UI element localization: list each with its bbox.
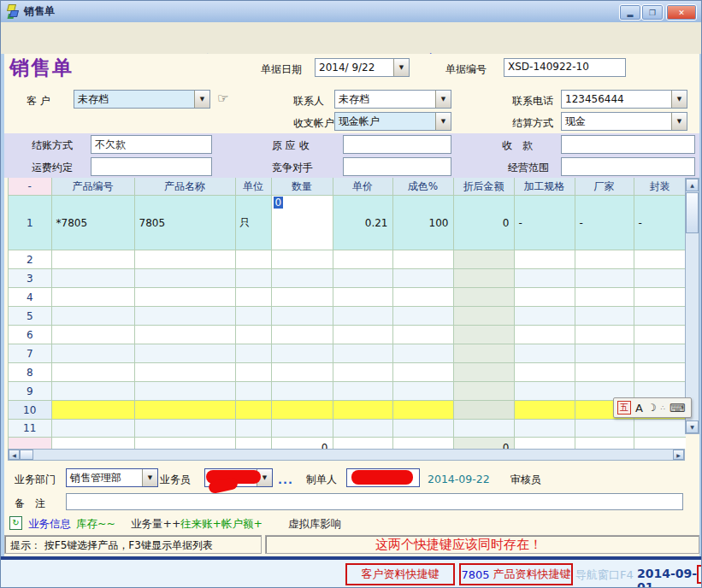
grid-cell[interactable]	[51, 288, 134, 307]
settle-select[interactable]: 现金 ▼	[561, 112, 687, 131]
grid-cell[interactable]	[575, 420, 634, 438]
grid-cell[interactable]	[514, 250, 575, 269]
grid-cell[interactable]	[134, 344, 235, 363]
grid-cell[interactable]	[134, 382, 235, 401]
grid-cell[interactable]	[392, 307, 453, 326]
contact-select[interactable]: 未存档 ▼	[334, 90, 451, 109]
chevron-down-icon[interactable]: ▼	[671, 91, 687, 108]
grid-cell[interactable]	[235, 326, 271, 344]
close-button[interactable]: ✕	[666, 4, 697, 21]
phone-select[interactable]: 123456444 ▼	[561, 90, 687, 109]
row-number[interactable]: 11	[9, 420, 51, 438]
grid-cell[interactable]: -	[634, 196, 686, 250]
grid-cell[interactable]	[333, 326, 392, 344]
grid-cell[interactable]	[392, 420, 453, 438]
title-bar[interactable]: 销售单 ▂ ❐ ✕	[1, 1, 702, 23]
grid-cell[interactable]	[271, 269, 333, 288]
customer-select[interactable]: 未存档 ▼	[74, 90, 210, 109]
link-business-info[interactable]: 业务信息	[28, 517, 71, 532]
ime-letter-icon[interactable]: A	[635, 402, 643, 415]
grid-cell[interactable]	[453, 288, 514, 307]
grid-cell[interactable]	[634, 420, 686, 438]
chevron-down-icon[interactable]: ▼	[194, 91, 209, 108]
horizontal-scroll-thumb[interactable]	[20, 450, 33, 460]
more-button[interactable]: ...	[278, 473, 293, 486]
grid-cell[interactable]	[333, 307, 392, 326]
grid-cell[interactable]	[271, 326, 333, 344]
chevron-down-icon[interactable]: ▼	[435, 113, 451, 130]
row-number[interactable]: 9	[9, 382, 51, 401]
row-number[interactable]: 1	[9, 196, 51, 250]
doc-no-input[interactable]: XSD-140922-10	[504, 58, 626, 77]
table-row[interactable]: 3	[9, 269, 686, 288]
grid-cell[interactable]: 7805	[134, 196, 235, 250]
grid-cell[interactable]	[51, 401, 134, 420]
grid-cell[interactable]	[453, 363, 514, 382]
grid-cell[interactable]	[514, 288, 575, 307]
grid-cell[interactable]	[333, 382, 392, 401]
link-volume[interactable]: 业务量++	[131, 517, 180, 532]
billing-input[interactable]: 不欠款	[91, 135, 212, 154]
grid-cell[interactable]	[271, 344, 333, 363]
grid-cell[interactable]	[575, 307, 634, 326]
grid-cell[interactable]	[514, 382, 575, 401]
chevron-down-icon[interactable]: ▼	[671, 113, 687, 130]
grid-cell[interactable]	[514, 269, 575, 288]
scope-input[interactable]	[561, 157, 695, 176]
grid-cell[interactable]	[333, 269, 392, 288]
minimize-button[interactable]: ▂	[619, 4, 641, 21]
grid-cell[interactable]	[634, 344, 686, 363]
keyboard-icon[interactable]: ⌨	[670, 402, 686, 415]
grid-cell[interactable]	[134, 401, 235, 420]
grid-cell[interactable]	[134, 250, 235, 269]
grid-cell[interactable]	[514, 363, 575, 382]
grid-cell[interactable]	[392, 326, 453, 344]
grid-cell[interactable]	[333, 420, 392, 438]
row-number[interactable]: 7	[9, 344, 51, 363]
table-row[interactable]: 6	[9, 326, 686, 344]
grid-cell[interactable]	[575, 288, 634, 307]
grid-cell[interactable]	[51, 363, 134, 382]
grid-cell[interactable]	[514, 307, 575, 326]
table-row[interactable]: 5	[9, 307, 686, 326]
refresh-icon[interactable]: ↻	[9, 516, 22, 530]
freight-input[interactable]	[91, 157, 212, 176]
grid-cell[interactable]	[235, 401, 271, 420]
highlighted-row[interactable]: 10	[9, 401, 686, 420]
competitor-input[interactable]	[343, 157, 451, 176]
orig-recv-input[interactable]	[343, 135, 451, 154]
table-row[interactable]: 1 *7805 7805 只 0 0.21 100 0 - - -	[9, 196, 686, 250]
row-number[interactable]: 2	[9, 250, 51, 269]
grid-cell[interactable]	[134, 269, 235, 288]
grid-cell[interactable]	[235, 344, 271, 363]
product-hotkey-button[interactable]: 7805 产品资料快捷键	[459, 563, 573, 585]
scroll-left-button[interactable]: ◀	[9, 450, 20, 460]
grid-cell[interactable]	[235, 269, 271, 288]
scroll-up-button[interactable]: ▲	[686, 179, 699, 191]
grid-cell[interactable]	[333, 363, 392, 382]
grid-cell[interactable]	[51, 269, 134, 288]
row-number[interactable]: 4	[9, 288, 51, 307]
grid-cell[interactable]	[235, 288, 271, 307]
chevron-down-icon[interactable]: ▼	[435, 91, 451, 108]
grid-cell[interactable]	[235, 363, 271, 382]
grid-cell[interactable]	[333, 401, 392, 420]
punctuation-icon[interactable]: ∴	[661, 404, 665, 412]
grid-cell[interactable]	[634, 307, 686, 326]
row-number[interactable]: 3	[9, 269, 51, 288]
grid-cell[interactable]	[453, 269, 514, 288]
grid-cell[interactable]	[392, 363, 453, 382]
grid-cell[interactable]	[134, 420, 235, 438]
grid-cell[interactable]	[453, 382, 514, 401]
grid-cell[interactable]	[575, 269, 634, 288]
grid-cell[interactable]	[51, 307, 134, 326]
grid-cell[interactable]	[271, 382, 333, 401]
grid-cell[interactable]	[333, 344, 392, 363]
dept-select[interactable]: 销售管理部 ▼	[66, 468, 158, 487]
ime-toolbar[interactable]: 五 A ☽ ∴ ⌨	[613, 397, 692, 418]
grid-cell[interactable]	[235, 420, 271, 438]
link-virtual-stock[interactable]: 虚拟库影响	[288, 517, 342, 532]
grid-cell[interactable]	[333, 288, 392, 307]
scroll-right-button[interactable]: ▶	[673, 450, 684, 460]
grid-cell[interactable]	[634, 250, 686, 269]
